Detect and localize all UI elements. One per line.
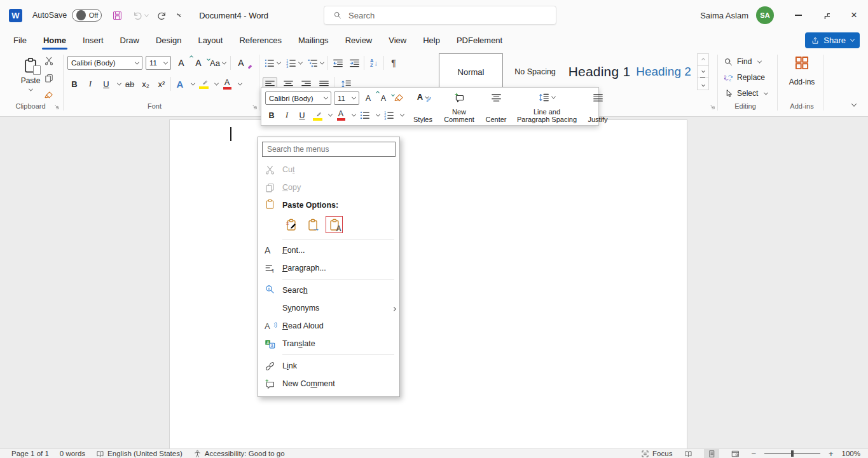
word-logo-icon[interactable]: W: [9, 9, 22, 22]
styles-more-button[interactable]: [697, 78, 709, 90]
style-normal[interactable]: Normal: [439, 53, 503, 90]
zoom-out-button[interactable]: −: [751, 449, 756, 458]
mini-grow-font-button[interactable]: A: [362, 91, 375, 105]
mini-italic-button[interactable]: I: [280, 109, 293, 122]
tab-help[interactable]: Help: [415, 30, 448, 50]
font-color-button[interactable]: A: [220, 77, 234, 91]
redo-button[interactable]: [157, 10, 168, 21]
tab-home[interactable]: Home: [35, 30, 74, 50]
paste-option-merge-formatting[interactable]: →: [304, 216, 321, 233]
tab-layout[interactable]: Layout: [189, 30, 231, 50]
highlight-button[interactable]: [196, 77, 210, 91]
increase-indent-button[interactable]: [347, 56, 361, 70]
customize-qat-button[interactable]: [177, 15, 181, 17]
search-box[interactable]: [324, 6, 556, 25]
menu-item-synonyms[interactable]: Synonyms: [258, 299, 399, 317]
menu-search-box[interactable]: [262, 142, 396, 157]
mini-bullets-dropdown-icon[interactable]: [376, 112, 380, 117]
bullets-button[interactable]: [263, 56, 282, 70]
zoom-level[interactable]: 100%: [842, 450, 860, 457]
print-layout-button[interactable]: [704, 449, 719, 458]
mini-bold-button[interactable]: B: [265, 109, 278, 122]
menu-item-font[interactable]: AFont...: [258, 241, 399, 259]
collapse-ribbon-button[interactable]: [850, 99, 856, 109]
menu-item-paragraph[interactable]: Paragraph...: [258, 259, 399, 277]
style-no-spacing[interactable]: No Spacing: [503, 53, 567, 90]
user-name[interactable]: Saima Aslam: [700, 11, 748, 20]
document-area[interactable]: [0, 117, 868, 448]
menu-search-input[interactable]: [267, 145, 390, 154]
cut-button[interactable]: [42, 55, 56, 67]
multilevel-list-button[interactable]: [306, 56, 325, 70]
subscript-button[interactable]: x₂: [139, 77, 153, 91]
tab-view[interactable]: View: [380, 30, 415, 50]
word-count[interactable]: 0 words: [60, 450, 85, 457]
accessibility-status[interactable]: Accessibility: Good to go: [193, 450, 285, 458]
mini-numbering-dropdown-icon[interactable]: [400, 112, 404, 117]
share-button[interactable]: Share: [805, 32, 860, 48]
superscript-button[interactable]: x²: [155, 77, 169, 91]
tab-mailings[interactable]: Mailings: [290, 30, 337, 50]
zoom-in-button[interactable]: +: [829, 449, 834, 458]
focus-button[interactable]: Focus: [641, 450, 672, 458]
mini-styles-button[interactable]: A Styles: [407, 88, 439, 125]
decrease-indent-button[interactable]: [331, 56, 345, 70]
mini-line-spacing-button[interactable]: Line and Paragraph Spacing: [513, 88, 581, 125]
save-button[interactable]: [112, 10, 123, 21]
tab-pdfelement[interactable]: PDFelement: [448, 30, 511, 50]
menu-item-link[interactable]: Link: [258, 357, 399, 375]
grow-font-button[interactable]: A: [174, 56, 188, 70]
style-heading-2[interactable]: Heading 2: [631, 53, 696, 90]
font-color-dropdown-icon[interactable]: [238, 81, 242, 85]
menu-item-new-comment[interactable]: New Comment: [258, 375, 399, 393]
highlight-dropdown-icon[interactable]: [214, 81, 219, 85]
menu-item-read-aloud[interactable]: ARead Aloud: [258, 317, 399, 335]
close-button[interactable]: ×: [840, 0, 868, 30]
text-effects-dropdown-icon[interactable]: [191, 81, 195, 85]
mini-font-name-combo[interactable]: Calibri (Body): [265, 91, 331, 105]
font-name-combo[interactable]: Calibri (Body): [67, 56, 142, 70]
tab-review[interactable]: Review: [337, 30, 381, 50]
avatar[interactable]: SA: [756, 6, 774, 24]
addins-button[interactable]: Add-ins: [783, 55, 820, 86]
font-dialog-launcher[interactable]: [251, 103, 258, 112]
minimize-button[interactable]: [784, 0, 812, 30]
format-painter-button[interactable]: [42, 89, 56, 102]
menu-item-translate[interactable]: Translate: [258, 335, 399, 353]
document-page[interactable]: [169, 119, 687, 448]
clear-formatting-button[interactable]: A: [234, 56, 248, 70]
tab-draw[interactable]: Draw: [112, 30, 148, 50]
select-button[interactable]: Select: [724, 87, 768, 100]
paste-option-keep-source-formatting[interactable]: ≡: [282, 216, 300, 233]
mini-highlight-button[interactable]: [311, 109, 324, 122]
mini-font-size-combo[interactable]: 11: [334, 91, 359, 105]
search-input[interactable]: [348, 11, 527, 20]
styles-dialog-launcher[interactable]: [709, 103, 716, 112]
replace-button[interactable]: Replace: [724, 71, 768, 84]
italic-button[interactable]: I: [83, 77, 97, 91]
mini-new-comment-button[interactable]: New Comment: [439, 88, 479, 125]
proofing-status[interactable]: English (United States): [96, 450, 183, 458]
zoom-slider[interactable]: [764, 453, 820, 454]
styles-scroll-up-button[interactable]: [697, 53, 709, 66]
copy-button[interactable]: [42, 72, 56, 84]
undo-button[interactable]: [132, 10, 148, 21]
strikethrough-button[interactable]: ab: [123, 77, 137, 91]
find-button[interactable]: Find: [724, 55, 768, 68]
underline-dropdown-icon[interactable]: [117, 81, 121, 85]
shrink-font-button[interactable]: A: [191, 56, 205, 70]
zoom-slider-thumb[interactable]: [791, 450, 794, 457]
mini-center-button[interactable]: Center: [479, 88, 513, 125]
tab-design[interactable]: Design: [148, 30, 189, 50]
mini-highlight-dropdown-icon[interactable]: [328, 112, 333, 117]
bold-button[interactable]: B: [67, 77, 81, 91]
read-mode-button[interactable]: [680, 449, 696, 458]
mini-font-color-dropdown-icon[interactable]: [352, 112, 356, 117]
mini-numbering-button[interactable]: [382, 109, 396, 122]
menu-item-cut[interactable]: Cut: [258, 161, 399, 178]
text-effects-button[interactable]: A: [173, 77, 187, 91]
mini-bullets-button[interactable]: [358, 109, 371, 122]
clipboard-dialog-launcher[interactable]: [53, 103, 60, 112]
page-count[interactable]: Page 1 of 1: [11, 450, 49, 457]
menu-item-search[interactable]: Search: [258, 281, 399, 299]
